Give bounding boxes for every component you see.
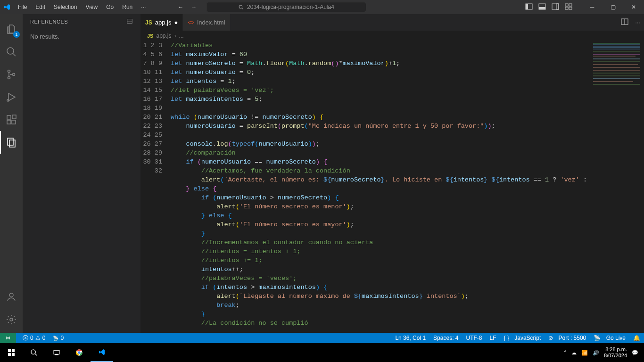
line-gutter: 1 2 3 4 5 6 7 8 9 10 11 12 13 14 15 16 1… (140, 41, 171, 333)
indentation[interactable]: Spaces: 4 (429, 335, 462, 341)
start-button[interactable] (0, 343, 23, 362)
breadcrumb-file-icon: JS (147, 33, 153, 39)
braces-icon: { } (504, 335, 509, 341)
eol[interactable]: LF (486, 335, 500, 341)
radio-indicator[interactable]: 📡0 (49, 335, 67, 341)
tray-wifi-icon[interactable]: 📶 (581, 350, 588, 356)
split-editor-icon[interactable] (621, 18, 628, 27)
source-control-icon[interactable] (0, 63, 23, 86)
tray-onedrive-icon[interactable]: ☁ (571, 350, 577, 356)
svg-line-1 (242, 8, 243, 9)
svg-rect-6 (552, 4, 559, 9)
activity-bar: 1 (0, 14, 23, 333)
nav-back-icon[interactable]: ← (178, 4, 183, 10)
editor-tab-actions: ··· (621, 14, 640, 31)
menu-go[interactable]: Go (102, 2, 117, 12)
tab-index-html[interactable]: <> index.html (183, 14, 230, 31)
svg-point-15 (8, 77, 10, 79)
system-tray: ˄ ☁ 📶 🔊 8:28 p.m. 8/07/2024 💬 (564, 346, 644, 359)
search-text: 2034-logica-programacion-1-Aula4 (247, 4, 334, 10)
svg-rect-19 (7, 120, 11, 124)
broadcast-icon: ⊘ (548, 335, 553, 341)
extensions-icon[interactable] (0, 108, 23, 131)
references-icon[interactable] (0, 131, 23, 154)
remote-indicator[interactable] (0, 333, 16, 343)
svg-rect-7 (556, 4, 559, 9)
svg-point-39 (78, 351, 80, 354)
breadcrumb-sep: › (174, 33, 176, 39)
account-icon[interactable] (0, 286, 23, 308)
svg-rect-21 (12, 115, 16, 119)
svg-rect-37 (55, 354, 58, 355)
command-center[interactable]: 2034-logica-programacion-1-Aula4 (206, 2, 366, 12)
more-actions-icon[interactable]: ··· (635, 19, 640, 26)
svg-rect-20 (12, 120, 16, 124)
menu-view[interactable]: View (82, 2, 101, 12)
code-editor[interactable]: //Variables let maximoValor = 60 let num… (171, 41, 587, 333)
problems-indicator[interactable]: ⓧ0 ⚠0 (19, 334, 49, 342)
svg-rect-9 (569, 4, 572, 6)
minimap[interactable] (587, 41, 644, 333)
svg-point-12 (7, 48, 14, 54)
vscode-taskbar-icon[interactable] (91, 343, 113, 362)
run-debug-icon[interactable] (0, 86, 23, 108)
taskbar-search-icon[interactable] (23, 343, 45, 362)
toggle-panel-icon[interactable] (538, 3, 546, 12)
svg-point-24 (9, 293, 13, 297)
menu-selection[interactable]: Selection (50, 2, 81, 12)
breadcrumb-more: ... (179, 33, 184, 39)
notifications-icon[interactable]: 🔔 (629, 335, 644, 341)
collapse-icon[interactable] (126, 18, 133, 25)
tray-clock[interactable]: 8:28 p.m. 8/07/2024 (604, 346, 627, 359)
tray-chevron-icon[interactable]: ˄ (564, 350, 567, 356)
menu-overflow-icon[interactable]: ··· (137, 2, 149, 12)
editor-area: JS app.js ● <> index.html ··· JS app.js … (140, 14, 644, 333)
broadcast-icon: 📡 (594, 335, 601, 341)
editor-tabs: JS app.js ● <> index.html ··· (140, 14, 644, 31)
toggle-primary-sidebar-icon[interactable] (525, 3, 533, 12)
minimize-button[interactable]: ─ (582, 0, 603, 14)
nav-arrows: ← → (178, 4, 197, 10)
html-file-icon: <> (188, 19, 194, 26)
nav-forward-icon[interactable]: → (191, 4, 197, 10)
layout-controls (525, 3, 572, 12)
live-server-port[interactable]: ⊘ Port : 5500 (545, 335, 590, 341)
language-mode[interactable]: { } JavaScript (500, 335, 545, 341)
go-live[interactable]: 📡 Go Live (590, 335, 629, 341)
titlebar: File Edit Selection View Go Run ··· ← → … (0, 0, 644, 14)
toggle-secondary-sidebar-icon[interactable] (552, 3, 559, 12)
svg-rect-30 (8, 349, 11, 352)
breadcrumb[interactable]: JS app.js › ... (140, 31, 644, 41)
menu-edit[interactable]: Edit (32, 2, 49, 12)
customize-layout-icon[interactable] (565, 3, 572, 12)
task-view-icon[interactable] (45, 343, 68, 362)
cursor-position[interactable]: Ln 36, Col 1 (391, 335, 429, 341)
svg-point-17 (7, 99, 9, 101)
svg-rect-32 (8, 353, 11, 356)
menu-file[interactable]: File (14, 2, 31, 12)
svg-rect-18 (7, 115, 11, 119)
breadcrumb-file: app.js (156, 33, 171, 39)
tray-notifications-icon[interactable]: 💬 (632, 350, 638, 356)
error-icon: ⓧ (23, 334, 28, 342)
search-icon[interactable] (0, 41, 23, 63)
menu-run[interactable]: Run (118, 2, 136, 12)
svg-rect-3 (526, 4, 528, 9)
statusbar: ⓧ0 ⚠0 📡0 Ln 36, Col 1 Spaces: 4 UTF-8 LF… (0, 333, 644, 343)
tab-label: index.html (197, 19, 225, 26)
svg-point-14 (8, 70, 10, 73)
tab-app-js[interactable]: JS app.js ● (140, 14, 183, 31)
chrome-icon[interactable] (68, 343, 91, 362)
window-controls: ─ ▢ ✕ (582, 0, 644, 14)
svg-rect-5 (539, 7, 545, 9)
settings-icon[interactable] (0, 308, 23, 331)
vscode-logo-icon (0, 3, 14, 11)
svg-point-25 (10, 318, 13, 321)
encoding[interactable]: UTF-8 (462, 335, 486, 341)
explorer-icon[interactable]: 1 (0, 18, 23, 41)
close-button[interactable]: ✕ (623, 0, 644, 14)
maximize-button[interactable]: ▢ (603, 0, 623, 14)
svg-rect-10 (565, 7, 568, 9)
svg-rect-33 (12, 353, 15, 356)
tray-volume-icon[interactable]: 🔊 (593, 350, 599, 356)
